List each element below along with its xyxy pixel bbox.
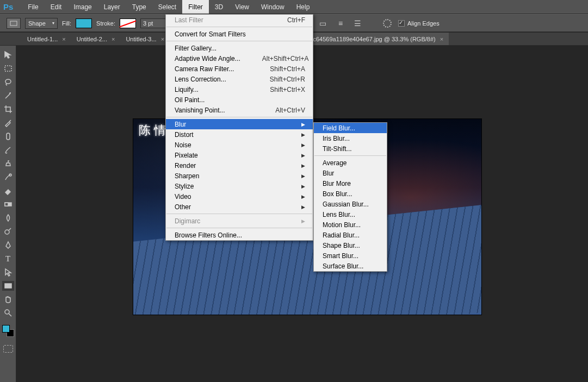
fill-swatch[interactable]	[76, 18, 92, 28]
menu-item[interactable]: Camera Raw Filter...Shift+Ctrl+A	[166, 64, 313, 74]
menu-item[interactable]: Box Blur...	[314, 189, 387, 199]
menu-item[interactable]: Smart Blur...	[314, 251, 387, 261]
menu-item[interactable]: Blur More	[314, 178, 387, 189]
color-swatches[interactable]	[2, 325, 14, 337]
menu-item[interactable]: Iris Blur...	[314, 133, 387, 143]
menu-item[interactable]: Render	[166, 160, 313, 171]
menu-item-label: Video	[175, 193, 191, 201]
path-combine-icon[interactable]: ▭	[317, 17, 330, 29]
close-icon[interactable]: ×	[112, 36, 115, 42]
menu-item: Digimarc	[166, 216, 313, 226]
zoom-tool-icon[interactable]	[2, 308, 14, 318]
menu-item-label: Last Filter	[175, 16, 203, 24]
menu-item[interactable]: Convert for Smart Filters	[166, 29, 313, 39]
type-tool-icon[interactable]: T	[2, 254, 14, 264]
dodge-tool-icon[interactable]	[2, 227, 14, 236]
menu-item[interactable]: Lens Correction...Shift+Ctrl+R	[166, 74, 313, 84]
menu-item[interactable]: Lens Blur...	[314, 209, 387, 220]
magic-wand-tool-icon[interactable]	[2, 91, 14, 101]
path-select-tool-icon[interactable]	[2, 267, 14, 277]
crop-tool-icon[interactable]	[2, 104, 14, 114]
stroke-width-input[interactable]: 3 pt	[140, 18, 166, 28]
menu-item[interactable]: Radial Blur...	[314, 230, 387, 240]
menu-filter[interactable]: Filter	[182, 0, 209, 14]
shape-mode-dropdown[interactable]: Shape▾	[25, 18, 58, 29]
close-icon[interactable]: ×	[62, 36, 65, 42]
menu-view[interactable]: View	[229, 0, 255, 14]
hand-tool-icon[interactable]	[2, 295, 14, 304]
menu-file[interactable]: File	[22, 0, 44, 14]
menu-layer[interactable]: Layer	[98, 0, 126, 14]
quick-mask-icon[interactable]	[3, 345, 13, 353]
menu-item[interactable]: Vanishing Point...Alt+Ctrl+V	[166, 105, 313, 115]
history-brush-tool-icon[interactable]	[2, 172, 14, 182]
menu-item[interactable]: Pixelate	[166, 150, 313, 160]
close-icon[interactable]: ×	[440, 36, 443, 42]
menu-select[interactable]: Select	[152, 0, 182, 14]
menu-edit[interactable]: Edit	[45, 0, 68, 14]
menu-item[interactable]: Field Blur...	[314, 123, 387, 133]
path-arrange-icon[interactable]: ☰	[351, 17, 364, 29]
menu-item-label: Gaussian Blur...	[323, 201, 369, 208]
menu-help[interactable]: Help	[290, 0, 316, 14]
menu-3d[interactable]: 3D	[209, 0, 229, 14]
document-tab[interactable]: Untitled-1...×	[22, 33, 71, 45]
align-edges-label: Align Edges	[407, 20, 440, 27]
menu-item[interactable]: Motion Blur...	[314, 220, 387, 230]
eyedropper-tool-icon[interactable]	[2, 118, 14, 128]
pen-tool-icon[interactable]	[2, 240, 14, 250]
brush-tool-icon[interactable]	[2, 145, 14, 155]
eraser-tool-icon[interactable]	[2, 186, 14, 196]
menu-item-label: Pixelate	[175, 152, 198, 159]
align-edges-checkbox[interactable]: Align Edges	[398, 20, 440, 27]
tool-preset-icon[interactable]	[7, 18, 21, 29]
marquee-tool-icon[interactable]	[2, 64, 14, 73]
menu-item-label: Lens Blur...	[323, 211, 355, 218]
svg-rect-3	[7, 133, 10, 140]
healing-brush-tool-icon[interactable]	[2, 131, 14, 141]
menu-item[interactable]: Stylize	[166, 181, 313, 191]
stroke-swatch[interactable]	[120, 18, 136, 28]
menu-item[interactable]: Adaptive Wide Angle...Alt+Shift+Ctrl+A	[166, 53, 313, 64]
menu-item-label: Tilt-Shift...	[323, 145, 352, 153]
menu-item[interactable]: Blur	[314, 168, 387, 178]
shortcut-label: Shift+Ctrl+X	[270, 86, 305, 93]
menu-item-label: Digimarc	[175, 217, 200, 225]
menu-image[interactable]: Image	[67, 0, 97, 14]
lasso-tool-icon[interactable]	[2, 77, 14, 87]
document-tab[interactable]: Untitled-2...×	[71, 33, 121, 45]
menu-item-label: Stylize	[175, 183, 194, 190]
menu-item[interactable]: Liquify...Shift+Ctrl+X	[166, 84, 313, 95]
menu-item[interactable]: Average	[314, 158, 387, 168]
menu-item-label: Average	[323, 159, 346, 167]
close-icon[interactable]: ×	[161, 36, 164, 42]
menu-type[interactable]: Type	[126, 0, 152, 14]
menu-item[interactable]: Oil Paint...	[166, 95, 313, 105]
menu-item[interactable]: Gaussian Blur...	[314, 199, 387, 209]
gradient-tool-icon[interactable]	[2, 199, 14, 209]
menu-item-label: Radial Blur...	[323, 231, 360, 239]
menu-item[interactable]: Filter Gallery...	[166, 43, 313, 53]
clone-stamp-tool-icon[interactable]	[2, 159, 14, 168]
menu-item[interactable]: Tilt-Shift...	[314, 143, 387, 154]
menu-item[interactable]: Blur	[166, 119, 313, 129]
document-tab[interactable]: Untitled-3...×	[120, 33, 170, 45]
menu-item[interactable]: Noise	[166, 140, 313, 150]
menu-item[interactable]: Surface Blur...	[314, 261, 387, 271]
settings-gear-icon[interactable]	[381, 17, 394, 29]
menu-item[interactable]: Shape Blur...	[314, 240, 387, 251]
path-align-icon[interactable]: ≡	[334, 17, 347, 29]
menu-item-label: Liquify...	[175, 86, 199, 93]
tab-label: Untitled-3...	[126, 36, 156, 42]
app-logo-icon: Ps	[3, 2, 13, 11]
menu-item[interactable]: Video	[166, 191, 313, 202]
menu-window[interactable]: Window	[255, 0, 290, 14]
menu-item[interactable]: Sharpen	[166, 171, 313, 181]
menu-item[interactable]: Distort	[166, 129, 313, 140]
menu-item[interactable]: Other	[166, 202, 313, 212]
menu-item[interactable]: Browse Filters Online...	[166, 230, 313, 240]
move-tool-icon[interactable]	[2, 50, 14, 60]
rectangle-tool-icon[interactable]	[2, 281, 14, 291]
menu-item-label: Smart Blur...	[323, 252, 358, 260]
blur-tool-icon[interactable]	[2, 213, 14, 223]
